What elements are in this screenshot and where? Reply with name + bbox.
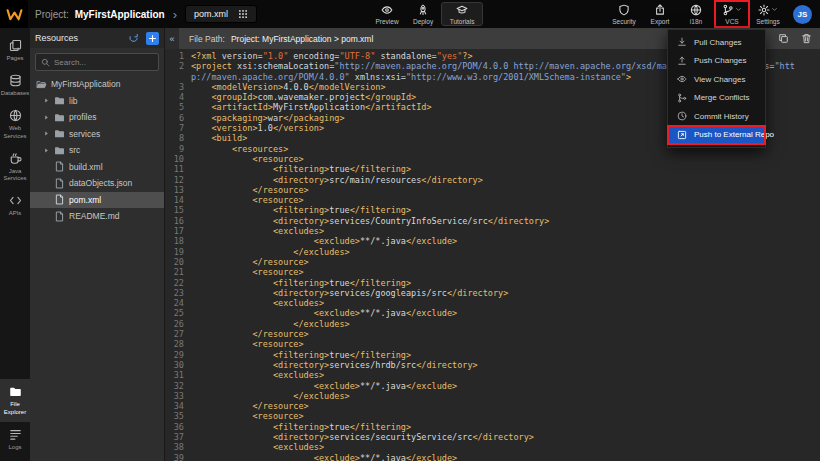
tree-item-lib[interactable]: lib (30, 93, 164, 110)
line-number: 17 (165, 226, 191, 236)
tree-item-readme-md[interactable]: README.md (30, 208, 164, 225)
folder-icon (54, 128, 65, 139)
topbar-action-settings[interactable]: Settings (750, 0, 786, 28)
menu-item-label: Push Changes (694, 56, 746, 65)
rail-item-databases[interactable]: Databases (0, 68, 30, 103)
line-number: 14 (165, 195, 191, 205)
code-line: <filtering>true</filtering> (191, 350, 820, 360)
rail-item-apis[interactable]: APIs (0, 188, 30, 223)
line-number: 13 (165, 185, 191, 195)
copy-icon[interactable] (778, 33, 789, 44)
trash-icon[interactable] (801, 33, 812, 44)
breadcrumb-chevron-icon: › (173, 7, 177, 22)
menu-item-commit-history[interactable]: Commit History (668, 107, 765, 126)
line-number: 22 (165, 278, 191, 288)
rail-item-pages[interactable]: Pages (0, 33, 30, 68)
rail-item-logs[interactable]: Logs (0, 422, 30, 457)
menu-item-merge-conflicts[interactable]: Merge Conflicts (668, 89, 765, 108)
collapse-panel-button[interactable]: « (165, 28, 179, 49)
vcs-dropdown-menu: Pull ChangesPush ChangesView ChangesMerg… (667, 29, 766, 148)
code-row: 21 <resource> (165, 267, 820, 277)
code-line: <directory>services/googleapis/src</dire… (191, 288, 820, 298)
topbar-action-deploy[interactable]: Deploy (405, 0, 441, 28)
resources-header: Resources (30, 28, 164, 48)
code-row: 14 <resource> (165, 195, 820, 205)
pages-icon (9, 39, 22, 52)
filepath-value: Project: MyFirstApplication > pom.xml (231, 34, 373, 44)
tree-item-label: build.xml (69, 162, 103, 172)
topbar-action-security[interactable]: Security (606, 0, 642, 28)
file-icon (54, 211, 65, 222)
code-line: <resource> (191, 154, 820, 164)
rail-item-java-services[interactable]: Java Services (0, 146, 30, 188)
code-row: 30 <directory>services/hrdb/src</directo… (165, 360, 820, 370)
rail-top-group: PagesDatabasesWeb ServicesJava ServicesA… (0, 33, 30, 223)
code-line: <resource> (191, 411, 820, 421)
menu-item-label: Commit History (694, 112, 749, 121)
line-number: 16 (165, 216, 191, 226)
line-number: 25 (165, 308, 191, 318)
tree-item-src[interactable]: src (30, 142, 164, 159)
menu-item-view-changes[interactable]: View Changes (668, 70, 765, 89)
menu-item-push-changes[interactable]: Push Changes (668, 52, 765, 71)
tree-item-services[interactable]: services (30, 126, 164, 143)
tree-item-build-xml[interactable]: build.xml (30, 159, 164, 176)
rail-item-label: Logs (8, 444, 21, 451)
add-resource-button[interactable] (146, 32, 159, 45)
code-line: <filtering>true</filtering> (191, 422, 820, 432)
graduation-cap-icon (456, 4, 468, 16)
line-number: 15 (165, 205, 191, 215)
log-list-icon (9, 428, 22, 441)
wavemaker-logo[interactable] (0, 0, 28, 28)
topbar-action-preview[interactable]: Preview (369, 0, 405, 28)
tree-item-dataobjects-json[interactable]: dataObjects.json (30, 175, 164, 192)
topbar-action-vcs[interactable]: VCS (714, 0, 750, 28)
user-avatar[interactable]: JS (793, 5, 812, 24)
line-number: 38 (165, 442, 191, 452)
topbar: Project: MyFirstApplication › pom.xml Pr… (0, 0, 820, 28)
line-number: 33 (165, 391, 191, 401)
plus-icon (148, 34, 157, 43)
line-number: 32 (165, 381, 191, 391)
topbar-action-export[interactable]: Export (642, 0, 678, 28)
tree-item-label: lib (69, 96, 78, 106)
rail-item-label: Databases (1, 90, 30, 97)
code-line: <excludes> (191, 370, 820, 380)
tree-item-profiles[interactable]: profiles (30, 109, 164, 126)
rail-item-label: Java Services (1, 168, 29, 182)
code-line: <exclude>**/*.java</exclude> (191, 308, 820, 318)
git-merge-icon (677, 93, 687, 103)
code-row: 11 <filtering>true</filtering> (165, 164, 820, 174)
code-line: </excludes> (191, 319, 820, 329)
shield-icon (618, 4, 630, 16)
search-input[interactable] (54, 58, 153, 67)
line-number: 35 (165, 411, 191, 421)
code-row: 19 </excludes> (165, 247, 820, 257)
triangle-right-icon (43, 147, 50, 154)
topbar-action-label: VCS (725, 18, 738, 25)
file-tab-pom-xml[interactable]: pom.xml (185, 5, 257, 23)
line-number: 26 (165, 319, 191, 329)
rail-item-web-services[interactable]: Web Services (0, 103, 30, 145)
grid-icon[interactable] (238, 9, 248, 19)
tree-item-pom-xml[interactable]: pom.xml (30, 192, 164, 209)
search-icon (41, 58, 50, 67)
refresh-icon[interactable] (128, 33, 139, 44)
rail-item-file-explorer[interactable]: File Explorer (0, 379, 30, 421)
code-row: 16 <directory>services/CountryInfoServic… (165, 216, 820, 226)
line-number: 8 (165, 133, 191, 143)
line-number: 10 (165, 154, 191, 164)
topbar-action-label: Deploy (413, 18, 433, 25)
code-row: 15 <filtering>true</filtering> (165, 205, 820, 215)
topbar-action-tutorials[interactable]: Tutorials (441, 2, 483, 26)
code-row: 18 <exclude>**/*.java</exclude> (165, 236, 820, 246)
line-number: 11 (165, 164, 191, 174)
code-line: <resource> (191, 195, 820, 205)
line-number: 5 (165, 102, 191, 112)
tree-item-myfirstapplication[interactable]: MyFirstApplication (30, 76, 164, 93)
line-number: 28 (165, 339, 191, 349)
code-row: 25 <exclude>**/*.java</exclude> (165, 308, 820, 318)
menu-item-pull-changes[interactable]: Pull Changes (668, 33, 765, 52)
menu-item-push-to-external-repo[interactable]: Push to External Repo (668, 126, 765, 145)
topbar-action-i18n[interactable]: i18n (678, 0, 714, 28)
